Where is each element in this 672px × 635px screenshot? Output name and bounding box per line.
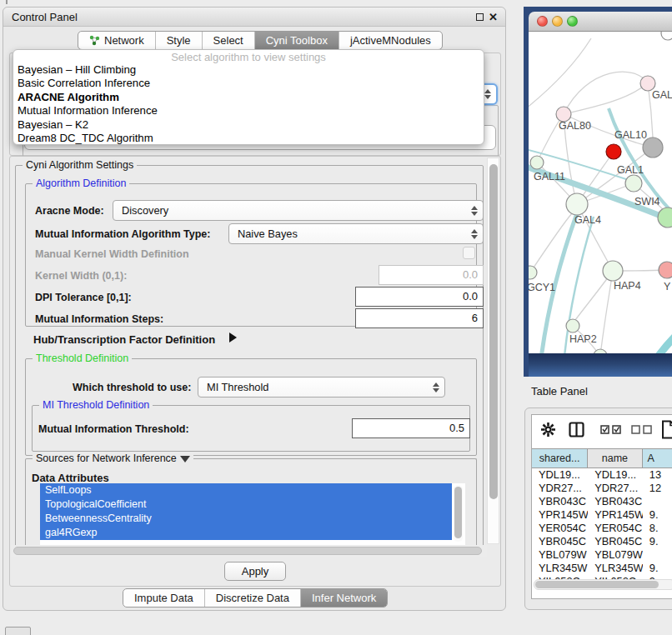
- dpi-tolerance-input[interactable]: 0.0: [355, 287, 484, 307]
- table-horizontal-scrollbar[interactable]: [534, 579, 672, 590]
- mi-algorithm-type-combobox[interactable]: Naive Bayes: [228, 223, 484, 244]
- zoom-traffic-light[interactable]: [567, 16, 578, 27]
- table-row[interactable]: YDL19...YDL19...13: [532, 468, 672, 482]
- table-row[interactable]: YBR043CYBR043C: [532, 495, 672, 508]
- dropdown-item[interactable]: Dream8 DC_TDC Algorithm: [13, 132, 484, 145]
- table-cell: 9.: [643, 562, 672, 575]
- tab-jactivemnodules[interactable]: jActiveMNodules: [339, 32, 442, 49]
- column-header-clipped[interactable]: A: [643, 449, 672, 468]
- scrollbar-thumb[interactable]: [489, 164, 498, 499]
- network-graph: GALGAL80GAL10GAL11GAL1GAL4SWI4GCY1HAP4YH…: [529, 32, 672, 353]
- tab-cyni-toolbox[interactable]: Cyni Toolbox: [254, 32, 339, 49]
- column-header-name[interactable]: name: [588, 449, 642, 468]
- table-cell: YBR045C: [588, 535, 643, 548]
- table-row[interactable]: YLR345WYLR345W9.: [532, 562, 672, 575]
- tab-select[interactable]: Select: [202, 32, 254, 49]
- collapsed-arrow-icon[interactable]: [229, 332, 237, 342]
- network-node-hap2[interactable]: [566, 319, 579, 332]
- table-row[interactable]: YER054CYER054C8.: [532, 522, 672, 535]
- split-panel-icon[interactable]: [569, 422, 584, 438]
- close-icon[interactable]: ✕: [489, 10, 498, 24]
- table-row[interactable]: YBL079WYBL079W: [532, 548, 672, 562]
- dropdown-item[interactable]: Mutual Information Inference: [13, 104, 484, 118]
- table-cell: YPR145W: [532, 508, 588, 522]
- network-node-swi4[interactable]: [658, 208, 672, 228]
- attribute-item-selected[interactable]: gal4RGexp: [40, 526, 452, 540]
- close-traffic-light[interactable]: [537, 16, 548, 27]
- dropdown-placeholder: Select algorithm to view settings: [13, 51, 484, 63]
- table-cell: YBR045C: [532, 535, 588, 548]
- network-node-gal1[interactable]: [625, 175, 642, 192]
- settings-gear-icon[interactable]: [540, 422, 556, 438]
- network-node[interactable]: [661, 32, 672, 40]
- table-cell: 9.: [643, 508, 672, 522]
- group-title: Threshold Definition: [33, 352, 132, 364]
- sources-title: Sources for Network Inference: [36, 452, 177, 464]
- scrollbar-thumb[interactable]: [535, 581, 659, 588]
- stepper-arrows-icon: [471, 229, 478, 239]
- network-node-hap4[interactable]: [603, 261, 623, 281]
- clear-selection-checkboxes-icon[interactable]: [631, 425, 653, 434]
- node-label: SWI4: [634, 196, 660, 208]
- node-label: GAL1: [617, 164, 644, 176]
- dropdown-item[interactable]: Basic Correlation Inference: [13, 77, 484, 90]
- attribute-item-selected[interactable]: BetweennessCentrality: [40, 512, 452, 526]
- stepper-arrows-icon: [471, 206, 478, 216]
- group-title: MI Threshold Definition: [39, 399, 153, 411]
- network-node-gal11[interactable]: [530, 156, 544, 169]
- mi-threshold-input[interactable]: 0.5: [352, 418, 470, 438]
- kernel-width-label: Kernel Width (0,1):: [35, 270, 127, 282]
- scrollbar-thumb[interactable]: [13, 547, 482, 555]
- combobox-value: Naive Bayes: [238, 228, 298, 240]
- hub-section-label[interactable]: Hub/Transcription Factor Definition: [33, 333, 215, 346]
- attribute-item-selected[interactable]: TopologicalCoefficient: [40, 498, 452, 512]
- settings-vertical-scrollbar[interactable]: [487, 158, 499, 544]
- network-node-y[interactable]: [659, 262, 672, 278]
- table-cell: YBR043C: [588, 495, 643, 508]
- new-document-icon[interactable]: [661, 420, 672, 439]
- list-scrollbar-thumb[interactable]: [454, 487, 462, 538]
- minimize-traffic-light[interactable]: [552, 16, 563, 27]
- settings-horizontal-scrollbar[interactable]: [11, 545, 487, 557]
- mi-steps-input[interactable]: 6: [355, 308, 484, 328]
- which-threshold-combobox[interactable]: MI Threshold: [198, 377, 445, 398]
- control-panel-window: Control Panel ✕ Network Style Select Cyn…: [3, 7, 506, 611]
- expanded-arrow-icon[interactable]: [180, 456, 190, 462]
- network-canvas[interactable]: GALGAL80GAL10GAL11GAL1GAL4SWI4GCY1HAP4YH…: [529, 32, 672, 353]
- list-scrollbar[interactable]: [454, 485, 463, 542]
- attribute-item-selected[interactable]: SelfLoops: [40, 483, 452, 498]
- tab-discretize-data[interactable]: Discretize Data: [204, 589, 300, 607]
- dropdown-item[interactable]: Bayesian – K2: [13, 118, 484, 132]
- tab-style[interactable]: Style: [155, 32, 202, 49]
- apply-button[interactable]: Apply: [224, 562, 286, 581]
- aracne-mode-combobox[interactable]: Discovery: [113, 200, 484, 221]
- network-node-gal4[interactable]: [566, 193, 588, 215]
- tab-impute-data[interactable]: Impute Data: [123, 589, 204, 607]
- combobox-value: MI Threshold: [207, 381, 268, 393]
- table-row[interactable]: YPR145WYPR145W9.: [532, 508, 672, 522]
- dropdown-item[interactable]: Bayesian – Hill Climbing: [13, 63, 484, 77]
- float-window-icon[interactable]: [476, 13, 484, 21]
- tab-label: Infer Network: [312, 589, 376, 607]
- dropdown-item-selected[interactable]: ARACNE Algorithm: [13, 91, 484, 104]
- node-label: GAL: [652, 89, 672, 101]
- manual-kernel-width-label: Manual Kernel Width Definition: [35, 248, 189, 260]
- network-node[interactable]: [606, 144, 621, 159]
- node-label: GAL80: [559, 120, 591, 132]
- table-cell: [643, 495, 672, 508]
- tab-network[interactable]: Network: [78, 32, 155, 49]
- tab-label: Cyni Toolbox: [266, 32, 328, 49]
- control-panel-titlebar: Control Panel ✕: [3, 8, 505, 27]
- data-attributes-list: SelfLoops TopologicalCoefficient Between…: [40, 483, 465, 545]
- table-cell: YPR145W: [588, 508, 643, 522]
- tab-infer-network[interactable]: Infer Network: [300, 589, 387, 607]
- network-node-gcy1[interactable]: [529, 266, 537, 279]
- table-row[interactable]: YDR27...YDR27...12: [532, 482, 672, 495]
- tab-label: Network: [104, 32, 144, 49]
- node-label: Y: [664, 281, 671, 292]
- table-row[interactable]: YBR045CYBR045C9.: [532, 535, 672, 548]
- table-cell: YDR27...: [588, 482, 643, 495]
- dpi-tolerance-label: DPI Tolerance [0,1]:: [35, 292, 132, 303]
- select-all-checkboxes-icon[interactable]: [600, 425, 622, 434]
- column-header-shared-name[interactable]: shared...: [532, 449, 588, 468]
